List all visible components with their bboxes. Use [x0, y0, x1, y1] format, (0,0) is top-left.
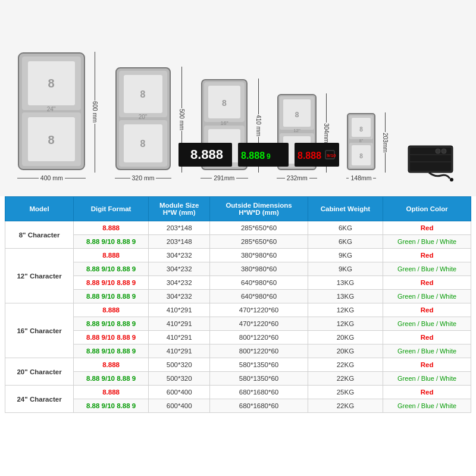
module-cell: 600*400	[149, 386, 210, 399]
sample-red: 8.888 9/10	[295, 140, 342, 170]
format-cell: 8.88 9/10 8.88 9	[74, 235, 149, 249]
outside-cell: 580*1350*60	[210, 358, 308, 372]
outside-cell: 470*1220*60	[210, 303, 308, 317]
weight-cell: 22KG	[308, 358, 383, 372]
svg-text:8: 8	[359, 126, 363, 133]
digit-20: 500 mm 8 8 20" 320 mm	[115, 67, 171, 181]
model-cell: 12" Character	[5, 249, 74, 303]
format-cell: 8.88 9/10 8.88 9	[74, 290, 149, 303]
outside-cell: 680*1680*60	[210, 399, 308, 413]
module-cell: 203*148	[149, 235, 210, 249]
format-cell: 8.88 9/10 8.88 9	[74, 317, 149, 331]
svg-text:8: 8	[222, 98, 227, 108]
width-label-20: 320 mm	[115, 174, 171, 181]
weight-cell: 12KG	[308, 303, 383, 317]
svg-text:8.888: 8.888	[241, 151, 265, 161]
color-cell: Red	[383, 358, 471, 372]
format-cell: 8.88 9/10 8.88 9	[74, 372, 149, 386]
weight-cell: 13KG	[308, 290, 383, 303]
weight-cell: 9KG	[308, 249, 383, 262]
color-cell: Green / Blue / White	[383, 345, 471, 358]
format-cell: 8.88 9/10 8.88 9	[74, 345, 149, 358]
module-cell: 304*232	[149, 290, 210, 303]
color-cell: Green / Blue / White	[383, 290, 471, 303]
col-color: Option Color	[383, 197, 471, 221]
weight-cell: 13KG	[308, 276, 383, 290]
color-cell: Green / Blue / White	[383, 262, 471, 276]
svg-text:8: 8	[140, 139, 146, 149]
format-cell: 8.888	[74, 358, 149, 372]
format-cell: 8.88 9/10 8.88 9	[74, 331, 149, 345]
outside-cell: 470*1220*60	[210, 317, 308, 331]
outside-cell: 580*1350*60	[210, 372, 308, 386]
color-cell: Green / Blue / White	[383, 235, 471, 249]
format-cell: 8.888	[74, 303, 149, 317]
outside-cell: 285*650*60	[210, 221, 308, 235]
svg-text:16": 16"	[220, 120, 228, 126]
outside-cell: 380*980*60	[210, 249, 308, 262]
model-cell: 16" Character	[5, 303, 74, 358]
color-cell: Red	[383, 221, 471, 235]
module-cell: 304*232	[149, 262, 210, 276]
outside-cell: 680*1680*60	[210, 386, 308, 399]
outside-cell: 380*980*60	[210, 262, 308, 276]
weight-cell: 9KG	[308, 262, 383, 276]
module-cell: 304*232	[149, 276, 210, 290]
weight-cell: 6KG	[308, 221, 383, 235]
module-cell: 410*291	[149, 317, 210, 331]
power-supply-image	[405, 143, 459, 181]
top-images-section: 600 mm 8 8 24" 400 mm	[0, 0, 476, 196]
height-arrow-24: 600 mm	[91, 52, 99, 173]
outside-cell: 800*1220*60	[210, 345, 308, 358]
module-cell: 203*148	[149, 221, 210, 235]
svg-text:8.888: 8.888	[298, 151, 321, 161]
sample-green: 8.888 9	[238, 140, 292, 170]
svg-text:8: 8	[140, 89, 146, 99]
svg-point-46	[450, 178, 453, 181]
led-panel-20: 8 8 20"	[115, 67, 171, 171]
width-label-8: 148mm	[346, 174, 376, 181]
width-label-12: 232mm	[277, 174, 317, 181]
digit-24: 600 mm 8 8 24" 400 mm	[17, 52, 86, 181]
height-arrow-8: 203mm	[381, 112, 389, 173]
weight-cell: 20KG	[308, 345, 383, 358]
color-cell: Red	[383, 276, 471, 290]
model-cell: 20" Character	[5, 358, 74, 386]
format-cell: 8.888	[74, 221, 149, 235]
color-cell: Red	[383, 303, 471, 317]
model-cell: 8" Character	[5, 221, 74, 249]
weight-cell: 20KG	[308, 331, 383, 345]
svg-text:20": 20"	[139, 114, 148, 120]
outside-cell: 640*980*60	[210, 276, 308, 290]
outside-cell: 640*980*60	[210, 290, 308, 303]
width-label-16: 291mm	[201, 174, 248, 181]
svg-text:24": 24"	[47, 106, 56, 112]
module-cell: 600*400	[149, 399, 210, 413]
svg-text:8: 8	[48, 133, 55, 146]
led-panel-8: 8 8 8"	[346, 112, 376, 171]
format-cell: 8.88 9/10 8.88 9	[74, 276, 149, 290]
svg-text:8: 8	[359, 153, 363, 159]
svg-text:9/10: 9/10	[327, 153, 336, 158]
col-weight: Cabinet Weight	[308, 197, 383, 221]
led-panel-24: 8 8 24"	[17, 52, 86, 171]
model-cell: 24" Character	[5, 386, 74, 413]
format-cell: 8.88 9/10 8.88 9	[74, 262, 149, 276]
module-cell: 500*320	[149, 358, 210, 372]
width-label-24: 400 mm	[17, 174, 86, 181]
col-module: Module SizeH*W (mm)	[149, 197, 210, 221]
col-format: Digit Format	[74, 197, 149, 221]
weight-cell: 25KG	[308, 386, 383, 399]
outside-cell: 285*650*60	[210, 235, 308, 249]
product-samples: 8.888 8.888 9 8.888 9/10	[178, 140, 342, 170]
col-model: Model	[5, 197, 74, 221]
spec-table: Model Digit Format Module SizeH*W (mm) O…	[5, 196, 471, 413]
svg-text:12": 12"	[293, 128, 300, 133]
svg-text:9: 9	[267, 152, 271, 161]
format-cell: 8.88 9/10 8.88 9	[74, 399, 149, 413]
color-cell: Green / Blue / White	[383, 399, 471, 413]
color-cell: Green / Blue / White	[383, 372, 471, 386]
weight-cell: 22KG	[308, 372, 383, 386]
svg-point-44	[441, 149, 446, 154]
color-cell: Red	[383, 386, 471, 399]
